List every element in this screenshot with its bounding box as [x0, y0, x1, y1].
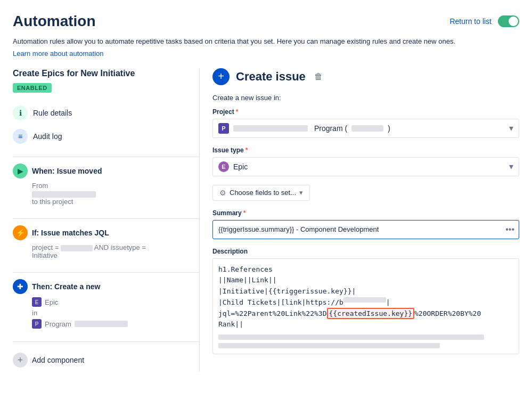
panel-add-icon: +	[212, 68, 230, 85]
if-issuetype-text: Initiative	[32, 251, 58, 259]
summary-value[interactable]: {{triggerIssue.summary}} - Component Dev…	[213, 221, 501, 238]
then-component[interactable]: ✚ Then: Create a new E Epic in P Program	[13, 279, 199, 329]
then-title: Then: Create a new	[32, 282, 100, 291]
project-select-left: P Program ( )	[218, 123, 390, 134]
to-label: to this project	[32, 198, 73, 206]
project-icon: P	[218, 123, 229, 134]
panel-title: Create issue	[236, 70, 306, 84]
summary-input-container[interactable]: {{triggerIssue.summary}} - Component Dev…	[212, 220, 519, 239]
issue-type-select-left: E Epic	[218, 161, 248, 172]
return-to-list-link[interactable]: Return to list	[449, 17, 492, 26]
desc-line-6: Rank||	[218, 319, 513, 330]
rule-details-icon: ℹ	[13, 105, 28, 120]
choose-fields-chevron-icon: ▾	[299, 189, 303, 197]
add-component-label: Add component	[32, 356, 84, 364]
from-label: From	[32, 182, 48, 190]
then-epic-label: Epic	[45, 298, 58, 306]
if-icon: ⚡	[13, 225, 28, 240]
sidebar-item-audit-log[interactable]: ≡ Audit log	[13, 125, 199, 148]
desc-line-1: h1.References	[218, 264, 513, 275]
project-program-text: Program (	[312, 124, 347, 133]
if-title: If: Issue matches JQL	[32, 229, 109, 237]
sidebar-item-rule-details[interactable]: ℹ Rule details	[13, 101, 199, 125]
automation-description: Automation rules allow you to automate r…	[13, 36, 519, 47]
sidebar-navigation: ℹ Rule details ≡ Audit log	[13, 101, 199, 148]
summary-field: Summary * {{triggerIssue.summary}} - Com…	[212, 209, 519, 239]
when-component[interactable]: ▶ When: Issue moved From to this project	[13, 164, 199, 206]
issue-type-required: *	[245, 146, 248, 154]
automation-toggle[interactable]	[498, 15, 519, 27]
issue-type-select[interactable]: E Epic ▾	[212, 157, 519, 176]
summary-required: *	[243, 209, 246, 217]
project-select[interactable]: P Program ( ) ▾	[212, 119, 519, 138]
if-component[interactable]: ⚡ If: Issue matches JQL project = AND is…	[13, 225, 199, 259]
project-chevron-icon: ▾	[509, 123, 513, 133]
then-detail: E Epic in P Program	[32, 297, 199, 329]
audit-log-label: Audit log	[33, 132, 62, 141]
project-paren-close: )	[388, 124, 390, 133]
choose-fields-label: Choose fields to set...	[230, 189, 296, 197]
desc-line-3: |Initiative|{{triggerissue.key}}|	[218, 286, 513, 297]
when-project-blurred	[32, 191, 96, 198]
audit-log-icon: ≡	[13, 129, 28, 144]
desc-line-5: jql=%22Parent%20Link%22%3D{{createdIssue…	[218, 308, 513, 320]
enabled-badge: ENABLED	[13, 83, 52, 93]
rule-details-label: Rule details	[33, 109, 72, 117]
project-field: Project * P Program ( ) ▾	[212, 108, 519, 138]
sidebar-divider	[13, 157, 199, 157]
component-divider-1	[13, 218, 199, 219]
project-label: Project *	[212, 108, 519, 116]
component-divider-2	[13, 272, 199, 273]
panel-header: + Create issue 🗑	[212, 68, 519, 85]
rule-title: Create Epics for New Initiative	[13, 68, 199, 79]
more-options-button[interactable]: •••	[501, 221, 519, 239]
add-component-button[interactable]: + Add component	[13, 348, 199, 372]
then-program-label: Program	[45, 320, 71, 328]
then-project-icon: P	[32, 319, 42, 329]
then-epic-icon: E	[32, 297, 42, 307]
epic-icon: E	[218, 161, 229, 172]
add-component-icon: +	[13, 353, 28, 368]
project-blurred	[233, 125, 308, 132]
description-label: Description	[212, 248, 519, 255]
then-program-blurred	[75, 321, 128, 327]
panel-subtitle: Create a new issue in:	[212, 94, 519, 102]
then-icon: ✚	[13, 279, 28, 294]
highlighted-key: {{createdIssue.key}}	[327, 308, 415, 319]
when-title: When: Issue moved	[32, 167, 102, 175]
desc-blurred-area	[218, 335, 513, 348]
desc-line-4: |Child Tickets|[link|https://b |	[218, 297, 513, 308]
right-panel: + Create issue 🗑 Create a new issue in: …	[199, 68, 519, 372]
when-icon: ▶	[13, 164, 28, 178]
project-required: *	[236, 108, 239, 116]
page-title: Automation	[13, 13, 96, 30]
project-program-blurred	[351, 125, 383, 132]
issue-type-field: Issue type * E Epic ▾	[212, 146, 519, 176]
if-project-blurred	[61, 245, 93, 251]
description-box[interactable]: h1.References ||Name||Link|| |Initiative…	[212, 258, 519, 355]
learn-more-link[interactable]: Learn more about automation	[13, 50, 104, 58]
component-divider-3	[13, 341, 199, 342]
trash-icon[interactable]: 🗑	[314, 72, 323, 81]
issue-type-value: Epic	[233, 162, 248, 171]
issue-type-chevron-icon: ▾	[509, 161, 513, 172]
description-field: Description h1.References ||Name||Link||…	[212, 248, 519, 355]
gear-icon: ⚙	[219, 189, 226, 197]
if-detail: project = AND issuetype = Initiative	[32, 243, 199, 259]
if-and-text: AND issuetype =	[94, 243, 146, 251]
summary-label: Summary *	[212, 209, 519, 217]
issue-type-label: Issue type *	[212, 146, 519, 154]
then-in-label: in	[32, 309, 199, 317]
toggle-knob	[509, 17, 518, 26]
when-detail: From to this project	[32, 182, 199, 206]
choose-fields-button[interactable]: ⚙ Choose fields to set... ▾	[212, 185, 310, 201]
if-detail-text: project =	[32, 243, 61, 251]
desc-line-2: ||Name||Link||	[218, 275, 513, 286]
